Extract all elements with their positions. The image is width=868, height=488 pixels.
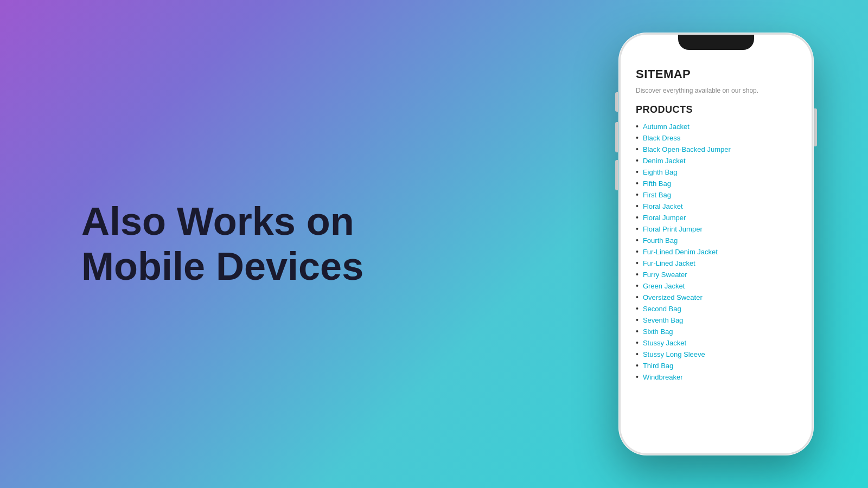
phone-mute-button bbox=[615, 92, 618, 112]
list-item[interactable]: Eighth Bag bbox=[636, 168, 796, 176]
list-item[interactable]: Floral Jacket bbox=[636, 202, 796, 210]
sitemap-description: Discover everything available on our sho… bbox=[636, 87, 796, 94]
list-item[interactable]: Black Open-Backed Jumper bbox=[636, 145, 796, 153]
phone-inner-shell: SITEMAP Discover everything available on… bbox=[621, 35, 812, 453]
list-item[interactable]: Denim Jacket bbox=[636, 156, 796, 165]
list-item[interactable]: Second Bag bbox=[636, 304, 796, 313]
list-item[interactable]: First Bag bbox=[636, 190, 796, 199]
list-item[interactable]: Stussy Jacket bbox=[636, 338, 796, 347]
list-item[interactable]: Furry Sweater bbox=[636, 270, 796, 279]
sitemap-title: SITEMAP bbox=[636, 67, 796, 81]
list-item[interactable]: Stussy Long Sleeve bbox=[636, 350, 796, 358]
headline: Also Works on Mobile Devices bbox=[81, 199, 363, 289]
phone-volume-up-button bbox=[615, 122, 618, 152]
list-item[interactable]: Autumn Jacket bbox=[636, 122, 796, 131]
phone-power-button bbox=[814, 108, 817, 146]
phone-notch bbox=[678, 35, 754, 50]
list-item[interactable]: Fourth Bag bbox=[636, 236, 796, 245]
headline-line2: Mobile Devices bbox=[81, 245, 363, 288]
screen-content: SITEMAP Discover everything available on… bbox=[621, 56, 812, 432]
background: Also Works on Mobile Devices SITEMAP Dis… bbox=[0, 0, 868, 488]
list-item[interactable]: Windbreaker bbox=[636, 373, 796, 381]
products-list: Autumn JacketBlack DressBlack Open-Backe… bbox=[636, 122, 796, 381]
list-item[interactable]: Fifth Bag bbox=[636, 179, 796, 188]
list-item[interactable]: Fur-Lined Jacket bbox=[636, 259, 796, 267]
phone-mockup: SITEMAP Discover everything available on… bbox=[618, 33, 814, 455]
list-item[interactable]: Oversized Sweater bbox=[636, 293, 796, 301]
list-item[interactable]: Fur-Lined Denim Jacket bbox=[636, 247, 796, 256]
list-item[interactable]: Floral Jumper bbox=[636, 213, 796, 222]
headline-line1: Also Works on bbox=[81, 200, 354, 243]
products-section-title: PRODUCTS bbox=[636, 104, 796, 115]
list-item[interactable]: Sixth Bag bbox=[636, 327, 796, 336]
list-item[interactable]: Seventh Bag bbox=[636, 316, 796, 324]
phone-screen: SITEMAP Discover everything available on… bbox=[621, 35, 812, 453]
list-item[interactable]: Black Dress bbox=[636, 133, 796, 142]
list-item[interactable]: Green Jacket bbox=[636, 281, 796, 290]
phone-outer-shell: SITEMAP Discover everything available on… bbox=[618, 33, 814, 455]
list-item[interactable]: Third Bag bbox=[636, 361, 796, 370]
list-item[interactable]: Floral Print Jumper bbox=[636, 224, 796, 233]
phone-volume-down-button bbox=[615, 160, 618, 190]
